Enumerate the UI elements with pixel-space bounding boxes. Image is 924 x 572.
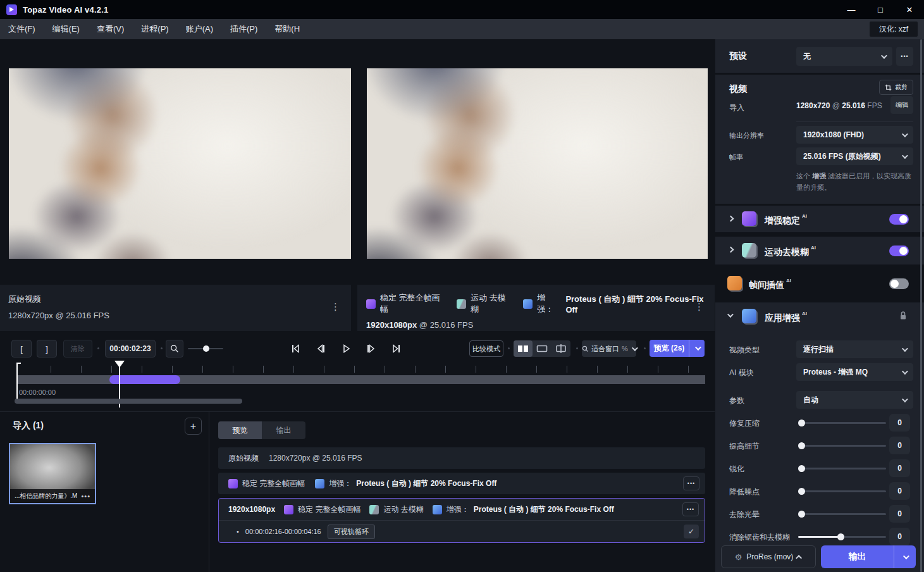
separator-dot <box>576 347 578 349</box>
motion-deblur-chip: 运动 去模糊 <box>369 504 423 515</box>
timeline-scrollbar[interactable] <box>15 399 242 404</box>
minimize-button[interactable]: — <box>837 0 866 19</box>
enhancement-note: 这个 增强 滤波器已启用，以实现高质量的升频。 <box>796 171 918 193</box>
zoom-slider-knob[interactable] <box>203 345 209 352</box>
menu-view[interactable]: 查看(V) <box>97 23 124 35</box>
import-filename: ...相信品牌的力量》.MP4 <box>15 492 77 500</box>
edit-button[interactable]: 编辑 <box>890 96 913 114</box>
motion-deblur-section[interactable]: 运动去模糊AI <box>715 237 924 264</box>
stabilization-icon <box>228 479 238 488</box>
previous-frame-button[interactable] <box>315 344 326 354</box>
menu-file[interactable]: 文件(F) <box>8 23 35 35</box>
skip-to-start-button[interactable] <box>290 344 301 354</box>
export-options-button[interactable] <box>894 555 916 559</box>
processed-caption: 稳定 完整全帧画幅 运动 去模糊 增强： Proteus ( 自动 ) 细节 2… <box>357 285 715 331</box>
original-caption-menu[interactable]: ⋮ <box>331 301 341 313</box>
tab-output[interactable]: 输出 <box>262 421 305 439</box>
preview-options-button[interactable] <box>689 346 705 351</box>
ai-model-dropdown[interactable]: Proteus - 增强 MQ <box>796 363 913 381</box>
set-in-point-button[interactable]: [ <box>11 340 32 358</box>
stabilization-toggle[interactable] <box>889 214 909 225</box>
sidebar-scrollbar[interactable] <box>920 39 922 572</box>
preview-row-1[interactable]: 稳定 完整全帧画幅 增强： Proteus ( 自动 ) 细节 20% Focu… <box>218 473 705 494</box>
menu-process[interactable]: 进程(P) <box>141 23 168 35</box>
menu-account[interactable]: 账户(A) <box>186 23 213 35</box>
chevron-right-icon[interactable] <box>728 216 734 222</box>
crop-button[interactable]: 裁剪 <box>879 80 913 95</box>
row-menu-button[interactable]: ••• <box>683 476 699 490</box>
zoom-slider[interactable] <box>188 348 223 349</box>
compare-mode-button[interactable]: 比较模式 <box>469 340 503 357</box>
parameters-dropdown[interactable]: 自动 <box>796 391 913 409</box>
set-out-point-button[interactable]: ] <box>37 340 57 358</box>
dehalo-value[interactable]: 0 <box>889 505 910 523</box>
play-button[interactable] <box>340 344 352 354</box>
detail-slider[interactable] <box>798 445 886 447</box>
menu-plugins[interactable]: 插件(P) <box>230 23 257 35</box>
row-check-button[interactable]: ✓ <box>684 525 699 538</box>
frame-interpolation-section[interactable]: 帧间插值AI <box>715 270 924 297</box>
close-button[interactable]: ✕ <box>895 0 924 19</box>
antialias-deblur-slider[interactable] <box>798 536 886 538</box>
antialias-deblur-value[interactable]: 0 <box>889 528 910 545</box>
detail-value[interactable]: 0 <box>889 437 910 454</box>
zoom-tool-button[interactable] <box>166 340 183 358</box>
visible-track-loop-badge[interactable]: 可视轨循环 <box>328 525 375 539</box>
parameters-label: 参数 <box>729 395 744 406</box>
frame-interpolation-toggle[interactable] <box>889 278 909 289</box>
next-frame-button[interactable] <box>366 344 377 354</box>
original-caption-title: 原始视频 <box>8 294 351 305</box>
output-format-button[interactable]: ⚙ ProRes (mov) <box>721 545 816 568</box>
clear-button[interactable]: 清除 <box>63 340 92 358</box>
motion-deblur-toggle[interactable] <box>889 246 909 256</box>
row-menu-button[interactable]: ••• <box>682 502 699 516</box>
enhancement-chip: 增强： Proteus ( 自动 ) 细节 20% Focus-Fix Off <box>315 478 496 489</box>
sharpen-slider[interactable] <box>798 468 886 469</box>
maximize-button[interactable]: □ <box>866 0 895 19</box>
chevron-right-icon[interactable] <box>728 247 734 253</box>
chevron-down-icon[interactable] <box>727 311 734 318</box>
preview-row-selected[interactable]: 1920x1080px 稳定 完整全帧画幅 运动 去模糊 增强： Proteus… <box>218 498 705 543</box>
motion-deblur-icon <box>742 243 756 258</box>
import-item-menu[interactable]: ••• <box>81 492 90 500</box>
denoise-value[interactable]: 0 <box>889 482 910 500</box>
fit-to-window-dropdown[interactable]: 适合窗口 % <box>582 340 636 357</box>
motion-deblur-title: 运动去模糊AI <box>765 245 816 258</box>
add-import-button[interactable]: + <box>185 418 202 435</box>
export-button[interactable]: 输出 <box>821 545 916 568</box>
chevron-down-icon <box>902 131 908 137</box>
original-video-preview[interactable] <box>9 68 351 259</box>
enhancement-icon <box>315 479 324 488</box>
preview-row-original[interactable]: 原始视频 1280x720px @ 25.016 FPS <box>218 447 705 469</box>
compression-slider[interactable] <box>798 422 886 424</box>
stabilization-icon <box>742 211 756 226</box>
timecode-field[interactable]: 00:00:02:23 <box>105 340 156 358</box>
import-thumbnail[interactable]: ...相信品牌的力量》.MP4 ••• <box>9 443 96 504</box>
video-type-dropdown[interactable]: 逐行扫描 <box>796 340 913 358</box>
playhead-handle[interactable] <box>114 361 125 368</box>
single-view-button[interactable] <box>533 340 551 357</box>
side-by-side-view-button[interactable] <box>514 340 533 357</box>
title-bar: Topaz Video AI v4.2.1 — □ ✕ <box>0 0 924 19</box>
sharpen-value[interactable]: 0 <box>889 459 910 477</box>
compression-value[interactable]: 0 <box>889 414 910 432</box>
processed-video-preview[interactable] <box>367 68 708 259</box>
skip-to-end-button[interactable] <box>391 344 402 354</box>
split-view-button[interactable] <box>551 340 570 357</box>
processed-caption-menu[interactable]: ⋮ <box>694 301 705 313</box>
preset-dropdown[interactable]: 无 <box>796 47 892 66</box>
stabilization-section[interactable]: 增强稳定AI <box>715 206 924 232</box>
preset-menu-button[interactable]: ••• <box>896 47 913 66</box>
preview-button[interactable]: 预览 (2s) <box>650 340 705 357</box>
single-view-icon <box>536 345 548 352</box>
frame-rate-dropdown[interactable]: 25.016 FPS (原始视频) <box>796 147 913 165</box>
dehalo-slider[interactable] <box>798 513 886 515</box>
preview-output-tabs: 预览 输出 <box>218 421 305 439</box>
side-by-side-icon <box>517 345 529 352</box>
motion-deblur-chip: 运动 去模糊 <box>457 292 513 315</box>
denoise-slider[interactable] <box>798 490 886 492</box>
tab-preview[interactable]: 预览 <box>218 421 262 439</box>
menu-help[interactable]: 帮助(H <box>274 23 300 35</box>
output-resolution-dropdown[interactable]: 1920x1080 (FHD) <box>796 126 913 144</box>
menu-edit[interactable]: 编辑(E) <box>52 23 80 35</box>
